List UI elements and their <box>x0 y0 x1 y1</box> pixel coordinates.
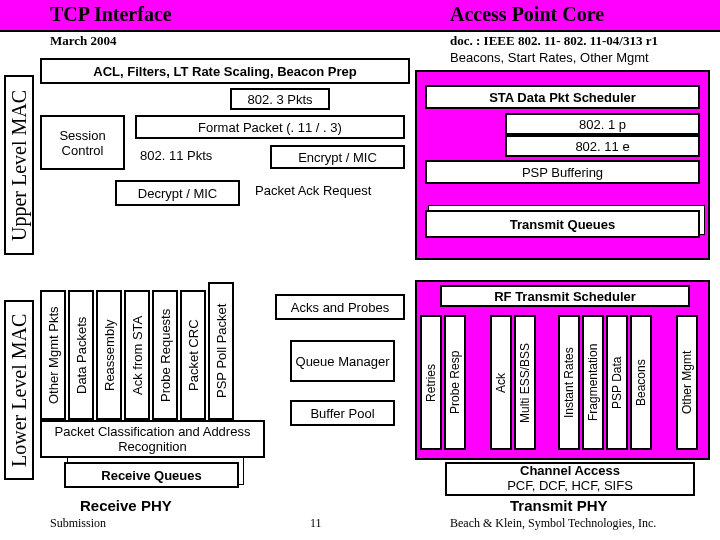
footer-submission: Submission <box>50 516 106 531</box>
receive-queues: Receive Queues <box>64 462 239 488</box>
packet-classification: Packet Classification and Address Recogn… <box>40 420 265 458</box>
col-beacons: Beacons <box>630 315 652 450</box>
footer-page: 11 <box>310 516 322 531</box>
decrypt-mic: Decrypt / MIC <box>115 180 240 206</box>
transmit-phy: Transmit PHY <box>510 497 608 514</box>
packet-ack-request: Packet Ack Request <box>255 183 371 198</box>
col-ack: Ack <box>490 315 512 450</box>
format-packet: Format Packet (. 11 / . 3) <box>135 115 405 139</box>
col-other-mgmt-pkts: Other Mgmt Pkts <box>40 290 66 420</box>
col-reassembly: Reassembly <box>96 290 122 420</box>
ap-core-title: Access Point Core <box>450 3 604 26</box>
col-probe-resp: Probe Resp <box>444 315 466 450</box>
transmit-queues: Transmit Queues <box>425 210 700 238</box>
p80211e: 802. 11 e <box>505 135 700 157</box>
col-probe-requests: Probe Requests <box>152 290 178 420</box>
col-multi-ess-bss: Multi ESS/BSS <box>514 315 536 450</box>
queue-manager: Queue Manager <box>290 340 395 382</box>
encrypt-mic: Encrypt / MIC <box>270 145 405 169</box>
acl-box: ACL, Filters, LT Rate Scaling, Beacon Pr… <box>40 58 410 84</box>
footer-author: Beach & Klein, Symbol Technologies, Inc. <box>450 516 656 531</box>
receive-phy: Receive PHY <box>80 497 172 514</box>
col-other-mgmt: Other Mgmt <box>676 315 698 450</box>
channel-access: Channel AccessPCF, DCF, HCF, SIFS <box>445 462 695 496</box>
lower-level-mac: Lower Level MAC <box>4 300 34 480</box>
pkts-8023: 802. 3 Pkts <box>230 88 330 110</box>
col-psp-data: PSP Data <box>606 315 628 450</box>
buffer-pool: Buffer Pool <box>290 400 395 426</box>
doc-id: doc. : IEEE 802. 11- 802. 11-04/313 r1 <box>450 33 658 49</box>
col-retries: Retries <box>420 315 442 450</box>
p8021p: 802. 1 p <box>505 113 700 135</box>
date-label: March 2004 <box>50 33 117 49</box>
rf-transmit-scheduler: RF Transmit Scheduler <box>440 285 690 307</box>
col-instant-rates: Instant Rates <box>558 315 580 450</box>
col-data-packets: Data Packets <box>68 290 94 420</box>
tcp-interface: TCP Interface <box>50 3 172 26</box>
pkts-80211: 802. 11 Pkts <box>140 148 212 163</box>
col-ack-from-sta: Ack from STA <box>124 290 150 420</box>
upper-level-mac: Upper Level MAC <box>4 75 34 255</box>
col-packet-crc: Packet CRC <box>180 290 206 420</box>
acks-probes: Acks and Probes <box>275 294 405 320</box>
psp-buffering: PSP Buffering <box>425 160 700 184</box>
beacons-label: Beacons, Start Rates, Other Mgmt <box>450 50 649 65</box>
session-control: Session Control <box>40 115 125 170</box>
col-psp-poll: PSP Poll Packet <box>208 282 234 420</box>
sta-scheduler: STA Data Pkt Scheduler <box>425 85 700 109</box>
col-fragmentation: Fragmentation <box>582 315 604 450</box>
